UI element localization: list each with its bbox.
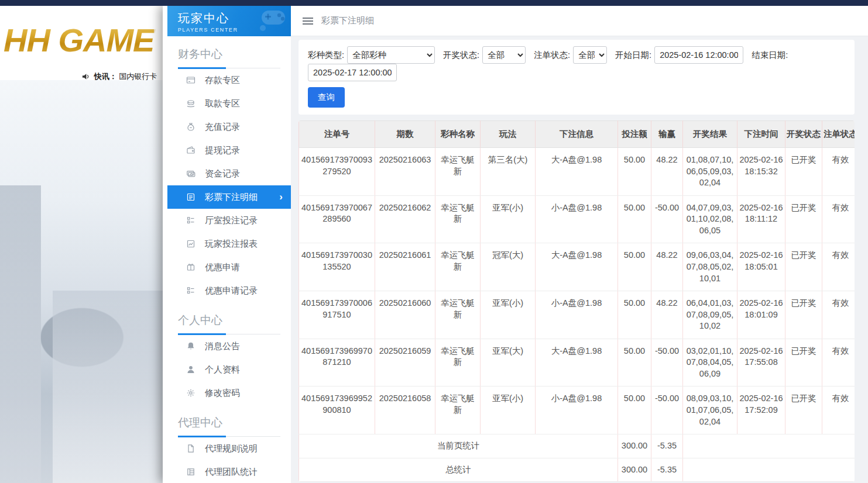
table-row: 40156917397009327952020250216063幸运飞艇新第三名… bbox=[299, 148, 855, 196]
filter-bar: 彩种类型: 全部彩种 开奖状态: 全部 注单状态: 全部 开始日期: 结束日期: bbox=[299, 40, 855, 115]
table-cell: 50.00 bbox=[618, 195, 651, 243]
table-cell: 09,06,03,04,07,08,05,02,10,01 bbox=[683, 243, 737, 291]
sidebar-item[interactable]: 提现记录 bbox=[167, 139, 291, 162]
table-cell: 2025-02-16 18:01:09 bbox=[737, 291, 785, 339]
table-cell: 401569173970093279520 bbox=[299, 148, 375, 196]
table-cell: 2025-02-16 18:05:01 bbox=[737, 243, 785, 291]
table-row: 40156917396995290081020250216058幸运飞艇新亚军(… bbox=[299, 387, 855, 434]
end-date-input[interactable] bbox=[308, 64, 397, 81]
sidebar-section-title: 财务中心 bbox=[178, 47, 280, 68]
search-button[interactable]: 查询 bbox=[308, 87, 345, 108]
table-row: 40156917396997087121020250216059幸运飞艇新亚军(… bbox=[299, 339, 855, 387]
table-cell: 20250216058 bbox=[375, 387, 435, 434]
sidebar-item-label: 代理规则说明 bbox=[205, 443, 258, 454]
table-cell: 有效 bbox=[822, 339, 855, 387]
table-cell: 已开奖 bbox=[785, 243, 822, 291]
sidebar-item[interactable]: 厅室投注记录 bbox=[167, 209, 291, 232]
main-header: 彩票下注明细 bbox=[291, 6, 868, 36]
summary-win-loss: -5.35 bbox=[651, 458, 683, 482]
summary-bet-total: 300.00 bbox=[618, 458, 651, 482]
table-cell: 有效 bbox=[822, 387, 855, 434]
start-date-input[interactable] bbox=[654, 46, 743, 64]
table-cell: 50.00 bbox=[618, 243, 651, 291]
draw-status-select[interactable]: 全部 bbox=[482, 46, 526, 64]
sidebar-item-label: 取款专区 bbox=[205, 98, 240, 109]
player-center-panel: 玩家中心 PLAYERS CENTER 财务中心存款专区取款专区充值记录提现记录… bbox=[163, 6, 868, 483]
deposit-icon bbox=[186, 75, 195, 85]
content: 彩种类型: 全部彩种 开奖状态: 全部 注单状态: 全部 开始日期: 结束日期: bbox=[291, 36, 868, 483]
column-header: 注单号 bbox=[299, 121, 375, 148]
sidebar-item-label: 厅室投注记录 bbox=[205, 215, 258, 226]
site-logo: HH GAME bbox=[4, 21, 154, 59]
table-cell: 小-A盘@1.98 bbox=[536, 195, 618, 243]
document-icon bbox=[186, 444, 195, 453]
sidebar-item-label: 存款专区 bbox=[205, 75, 240, 86]
table-cell: 06,04,01,03,07,08,09,05,10,02 bbox=[683, 291, 737, 339]
menu-icon[interactable] bbox=[303, 16, 313, 26]
column-header: 投注额 bbox=[618, 121, 651, 148]
lottery-type-label: 彩种类型: bbox=[308, 50, 344, 61]
column-header: 玩法 bbox=[481, 121, 536, 148]
table-cell: 有效 bbox=[822, 291, 855, 339]
table-cell: 401569173969970871210 bbox=[299, 339, 375, 387]
sidebar-item[interactable]: 优惠申请记录 bbox=[167, 279, 291, 302]
column-header: 开奖结果 bbox=[683, 121, 737, 148]
table-cell: 48.22 bbox=[651, 148, 683, 196]
table-cell: 已开奖 bbox=[785, 339, 822, 387]
sidebar-item-label: 提现记录 bbox=[205, 145, 240, 156]
order-status-select[interactable]: 全部 bbox=[573, 46, 607, 64]
table-cell: 已开奖 bbox=[785, 291, 822, 339]
table-cell: 401569173969952900810 bbox=[299, 387, 375, 434]
sidebar-item[interactable]: 优惠申请 bbox=[167, 256, 291, 279]
table-cell: 01,08,07,10,06,05,09,03,02,04 bbox=[683, 148, 737, 196]
ticker-text: 国内银行卡 bbox=[119, 72, 157, 81]
table-cell: 已开奖 bbox=[785, 387, 822, 434]
table-cell: 50.00 bbox=[618, 339, 651, 387]
table-cell: 20250216060 bbox=[375, 291, 435, 339]
sidebar-item[interactable]: 充值记录 bbox=[167, 115, 291, 139]
column-header: 下注时间 bbox=[737, 121, 785, 148]
sidebar-item-label: 玩家投注报表 bbox=[205, 239, 258, 250]
sidebar-item[interactable]: 代理规则说明 bbox=[167, 437, 291, 460]
table-cell: 第三名(大) bbox=[481, 148, 536, 196]
sidebar-item[interactable]: 修改密码 bbox=[167, 381, 291, 405]
top-strip bbox=[0, 0, 868, 6]
hall-record-icon bbox=[186, 216, 195, 225]
sidebar-item[interactable]: 玩家投注报表 bbox=[167, 232, 291, 256]
start-date-label: 开始日期: bbox=[615, 50, 651, 61]
sidebar-item[interactable]: 存款专区 bbox=[167, 68, 291, 92]
end-date-label: 结束日期: bbox=[752, 50, 788, 61]
lottery-type-select[interactable]: 全部彩种 bbox=[347, 46, 435, 64]
table-cell: 大-A盘@1.98 bbox=[536, 243, 618, 291]
summary-win-loss: -5.35 bbox=[651, 434, 683, 458]
table-cell: 大-A盘@1.98 bbox=[536, 339, 618, 387]
table-cell: 已开奖 bbox=[785, 148, 822, 196]
table-cell: 有效 bbox=[822, 243, 855, 291]
table-row: 40156917397006728956020250216062幸运飞艇新亚军(… bbox=[299, 195, 855, 243]
sidebar-item[interactable]: 资金记录 bbox=[167, 162, 291, 185]
sidebar-item[interactable]: 彩票下注明细› bbox=[167, 185, 291, 209]
sidebar-item[interactable]: 代理团队统计 bbox=[167, 460, 291, 483]
summary-row: 总统计300.00-5.35 bbox=[299, 458, 855, 482]
summary-empty bbox=[683, 458, 855, 482]
table-cell: 2025-02-16 17:52:09 bbox=[737, 387, 785, 434]
column-header: 期数 bbox=[375, 121, 435, 148]
summary-empty bbox=[683, 434, 855, 458]
sidebar-item[interactable]: 个人资料 bbox=[167, 358, 291, 381]
sidebar-item-label: 消息公告 bbox=[205, 341, 240, 352]
table-cell: -50.00 bbox=[651, 195, 683, 243]
table-cell: 亚军(小) bbox=[481, 195, 536, 243]
sidebar-item[interactable]: 消息公告 bbox=[167, 334, 291, 358]
sidebar-item[interactable]: 取款专区 bbox=[167, 92, 291, 115]
table-cell: 03,02,01,10,07,08,04,05,06,09 bbox=[683, 339, 737, 387]
table-cell: 50.00 bbox=[618, 148, 651, 196]
table-cell: 亚军(大) bbox=[481, 339, 536, 387]
sidebar-section-title: 代理中心 bbox=[178, 415, 280, 437]
bet-table: 注单号期数彩种名称玩法下注信息投注额输赢开奖结果下注时间开奖状态注单状态 401… bbox=[299, 120, 855, 482]
table-cell: -50.00 bbox=[651, 387, 683, 434]
promo-icon bbox=[186, 263, 195, 272]
table-cell: 小-A盘@1.98 bbox=[536, 387, 618, 434]
profile-icon bbox=[186, 365, 195, 374]
table-cell: 亚军(小) bbox=[481, 387, 536, 434]
draw-status-label: 开奖状态: bbox=[443, 50, 479, 61]
